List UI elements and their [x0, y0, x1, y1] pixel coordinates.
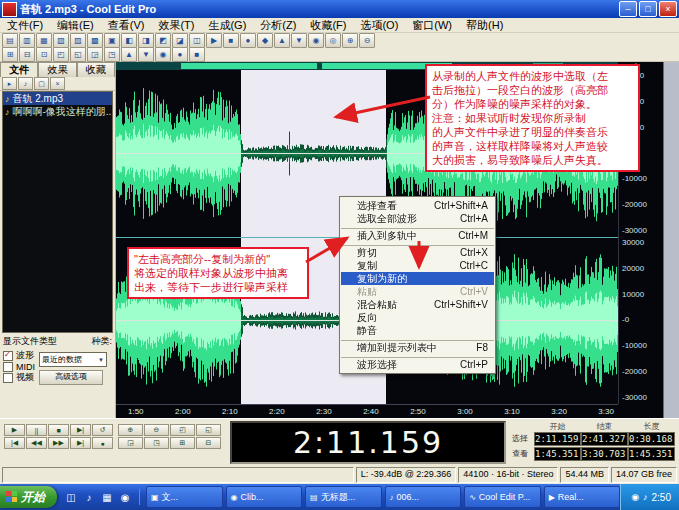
- context-menu-item[interactable]: 混合粘贴 Ctrl+Shift+V: [341, 298, 494, 311]
- taskbar-task-button[interactable]: ▶ Real...: [544, 486, 621, 508]
- toolbar-button[interactable]: ▩: [87, 33, 103, 48]
- toolbar-button[interactable]: ⊕: [342, 33, 358, 48]
- transport-button[interactable]: ◀◀: [26, 437, 47, 449]
- context-menu-item[interactable]: 选择查看 Ctrl+Shift+A: [341, 199, 494, 212]
- menu-item[interactable]: 窗口(W): [405, 18, 459, 33]
- toolbar-button[interactable]: ◳: [104, 47, 120, 62]
- zoom-button[interactable]: ⊟: [196, 437, 221, 449]
- tray-icon-1[interactable]: ◉: [631, 492, 639, 502]
- file-list-item[interactable]: ♪ 啊啊啊-像我这样的朋...: [3, 105, 112, 118]
- quick-launch-icon[interactable]: ◉: [117, 489, 133, 505]
- menu-item[interactable]: 生成(G): [201, 18, 253, 33]
- zoom-button[interactable]: ◱: [196, 424, 221, 436]
- tray-icon-2[interactable]: ♪: [643, 492, 648, 502]
- menu-item[interactable]: 选项(O): [353, 18, 405, 33]
- toolbar-button[interactable]: ▶: [206, 33, 222, 48]
- quick-launch-icon[interactable]: ◫: [63, 489, 79, 505]
- toolbar-button[interactable]: ◉: [155, 47, 171, 62]
- start-button[interactable]: 开始: [0, 486, 57, 508]
- toolbar-button[interactable]: ●: [172, 47, 188, 62]
- taskbar-task-button[interactable]: ◉ Clib...: [226, 486, 303, 508]
- minimize-button[interactable]: –: [619, 1, 637, 17]
- context-menu-item[interactable]: 增加到提示列表中 F8: [341, 340, 494, 354]
- timeline-ruler[interactable]: 1:502:002:102:202:302:402:503:003:103:20…: [116, 404, 618, 418]
- toolbar-button[interactable]: ■: [189, 47, 205, 62]
- menu-item[interactable]: 查看(V): [101, 18, 152, 33]
- toolbar-button[interactable]: ⊡: [36, 47, 52, 62]
- toolbar-button[interactable]: ▦: [36, 33, 52, 48]
- transport-button[interactable]: ■: [48, 424, 69, 436]
- transport-button[interactable]: |◀: [4, 437, 25, 449]
- toolbar-button[interactable]: ⊞: [2, 47, 18, 62]
- menu-item[interactable]: 文件(F): [0, 18, 50, 33]
- transport-button[interactable]: ▶▶: [48, 437, 69, 449]
- sidebar-tab[interactable]: 效果: [38, 62, 76, 77]
- transport-button[interactable]: ▶: [4, 424, 25, 436]
- taskbar-task-button[interactable]: ♪ 006...: [385, 486, 462, 508]
- context-menu-item[interactable]: 静音: [341, 324, 494, 337]
- toolbar-button[interactable]: ◪: [172, 33, 188, 48]
- taskbar-task-button[interactable]: ▣ 文...: [146, 486, 223, 508]
- context-menu-item[interactable]: 复制为新的: [341, 272, 494, 285]
- file-type-checkbox[interactable]: 波形: [3, 350, 35, 361]
- toolbar-button[interactable]: ▨: [70, 33, 86, 48]
- toolbar-button[interactable]: ◉: [308, 33, 324, 48]
- context-menu-item[interactable]: 选取全部波形 Ctrl+A: [341, 212, 494, 225]
- quick-launch-icon[interactable]: ▦: [99, 489, 115, 505]
- transport-button[interactable]: ●: [92, 437, 113, 449]
- toolbar-button[interactable]: ▧: [53, 33, 69, 48]
- close-button[interactable]: ×: [659, 1, 677, 17]
- toolbar-button[interactable]: ▼: [138, 47, 154, 62]
- file-type-checkbox[interactable]: 视频: [3, 372, 35, 383]
- toolbar-button[interactable]: ▤: [2, 33, 18, 48]
- context-menu-item[interactable]: 插入到多轨中 Ctrl+M: [341, 228, 494, 242]
- sidebar-mini-button[interactable]: ▸: [2, 77, 17, 90]
- toolbar-button[interactable]: ▼: [291, 33, 307, 48]
- taskbar-task-button[interactable]: ▤ 无标题...: [305, 486, 382, 508]
- toolbar-button[interactable]: ●: [240, 33, 256, 48]
- sidebar-tab[interactable]: 收藏: [77, 62, 115, 77]
- toolbar-button[interactable]: ▣: [104, 33, 120, 48]
- zoom-button[interactable]: ◳: [144, 437, 169, 449]
- toolbar-button[interactable]: ◧: [121, 33, 137, 48]
- menu-item[interactable]: 分析(Z): [253, 18, 303, 33]
- toolbar-button[interactable]: ◨: [138, 33, 154, 48]
- file-list-item[interactable]: ♪ 音轨 2.mp3: [3, 92, 112, 105]
- toolbar-button[interactable]: ◫: [189, 33, 205, 48]
- context-menu-item[interactable]: 波形选择 Ctrl+P: [341, 357, 494, 371]
- sidebar-tab[interactable]: 文件: [0, 62, 38, 77]
- context-menu-item[interactable]: 反向: [341, 311, 494, 324]
- zoom-button[interactable]: ⊞: [170, 437, 195, 449]
- zoom-button[interactable]: ⊕: [118, 424, 143, 436]
- context-menu-item[interactable]: 复制 Ctrl+C: [341, 259, 494, 272]
- maximize-button[interactable]: □: [639, 1, 657, 17]
- sidebar-mini-button[interactable]: ♪: [18, 77, 33, 90]
- zoom-button[interactable]: ◰: [170, 424, 195, 436]
- toolbar-button[interactable]: ◩: [155, 33, 171, 48]
- menu-item[interactable]: 效果(T): [151, 18, 201, 33]
- toolbar-button[interactable]: ⊖: [359, 33, 375, 48]
- transport-button[interactable]: ↺: [92, 424, 113, 436]
- toolbar-button[interactable]: ⊟: [19, 47, 35, 62]
- recent-dropdown[interactable]: 最近的数据: [39, 352, 107, 367]
- menu-item[interactable]: 收藏(F): [303, 18, 353, 33]
- context-menu-item[interactable]: 剪切 Ctrl+X: [341, 245, 494, 259]
- transport-button[interactable]: ||: [26, 424, 47, 436]
- zoom-button[interactable]: ◲: [118, 437, 143, 449]
- toolbar-button[interactable]: ▥: [19, 33, 35, 48]
- transport-button[interactable]: ▶|: [70, 424, 91, 436]
- quick-launch-icon[interactable]: ♪: [81, 489, 97, 505]
- sidebar-mini-button[interactable]: ×: [50, 77, 65, 90]
- toolbar-button[interactable]: ◆: [257, 33, 273, 48]
- menu-item[interactable]: 帮助(H): [459, 18, 510, 33]
- menu-item[interactable]: 编辑(E): [50, 18, 101, 33]
- toolbar-button[interactable]: ◎: [325, 33, 341, 48]
- toolbar-button[interactable]: ▲: [274, 33, 290, 48]
- toolbar-button[interactable]: ■: [223, 33, 239, 48]
- taskbar-task-button[interactable]: ∿ Cool Edit P...: [464, 486, 541, 508]
- zoom-button[interactable]: ⊖: [144, 424, 169, 436]
- context-menu-item[interactable]: 粘贴 Ctrl+V: [341, 285, 494, 298]
- toolbar-button[interactable]: ◱: [70, 47, 86, 62]
- toolbar-button[interactable]: ▲: [121, 47, 137, 62]
- sidebar-mini-button[interactable]: ▢: [34, 77, 49, 90]
